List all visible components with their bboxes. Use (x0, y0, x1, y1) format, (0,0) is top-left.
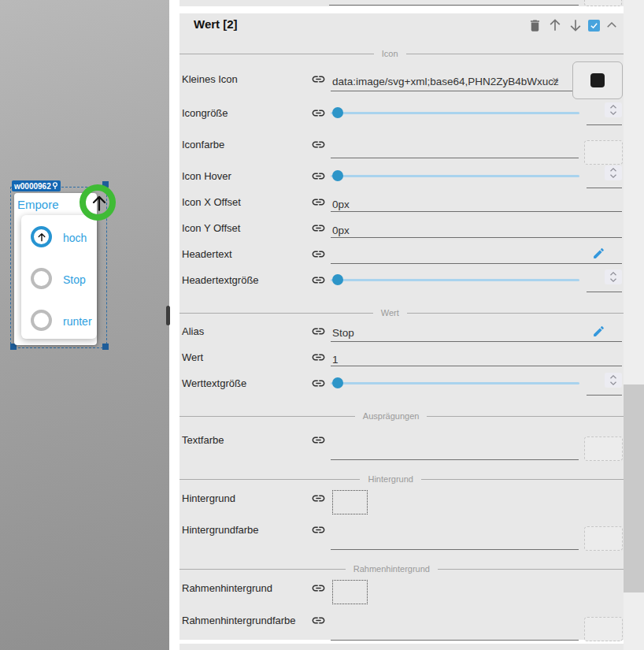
link-icon[interactable] (311, 72, 326, 87)
werttextgroesse-slider[interactable] (331, 377, 579, 388)
option-label-hoch[interactable]: hoch (63, 232, 87, 244)
icon-x-offset-input[interactable]: 0px (332, 199, 350, 210)
slider-thumb[interactable] (332, 274, 343, 285)
field-label: Headertextgröße (182, 274, 259, 286)
field-label: Kleines Icon (182, 73, 238, 85)
field-label: Headertext (182, 248, 232, 260)
clear-icon[interactable]: × (552, 73, 559, 87)
move-down-icon[interactable] (568, 17, 583, 33)
hintergrund-image-box[interactable] (332, 490, 368, 514)
rahmenhintergrund-image-box[interactable] (332, 580, 368, 604)
option-label-runter[interactable]: runter (63, 315, 92, 328)
section-divider-wert: Wert (180, 307, 624, 318)
slider-thumb[interactable] (332, 107, 343, 118)
headertextgroesse-slider[interactable] (331, 274, 579, 285)
field-label: Textfarbe (182, 434, 224, 446)
number-input-underline[interactable] (587, 188, 622, 188)
number-input-underline[interactable] (587, 292, 622, 292)
input-underline (331, 263, 622, 264)
link-icon[interactable] (311, 137, 326, 152)
edit-icon[interactable] (592, 325, 605, 338)
scrollbar-thumb[interactable] (624, 384, 644, 592)
link-icon[interactable] (311, 491, 326, 506)
widget-id-tag[interactable]: w0000962 (12, 180, 61, 191)
collapse-icon[interactable] (605, 18, 619, 32)
field-label: Rahmenhintergrundfarbe (182, 615, 296, 626)
radio-hoch[interactable] (31, 226, 52, 247)
radio-runter[interactable] (31, 310, 52, 331)
number-spinner[interactable] (605, 165, 622, 180)
slider-track (331, 279, 579, 281)
panel-drag-handle[interactable] (166, 306, 170, 325)
link-icon[interactable] (311, 221, 326, 236)
slider-thumb[interactable] (332, 377, 343, 388)
move-up-icon[interactable] (547, 17, 563, 33)
link-icon[interactable] (311, 376, 326, 391)
icon-preview-button[interactable] (572, 61, 623, 99)
input-underline (331, 366, 622, 366)
design-canvas[interactable]: ⌄⌄ w0000962 Empore (0, 0, 169, 650)
section-divider-auspraegungen: Ausprägungen (180, 410, 624, 422)
check-icon (590, 21, 598, 30)
widget-id-label: w0000962 (14, 182, 51, 191)
field-label: Alias (182, 325, 204, 337)
alias-input[interactable]: Stop (332, 327, 354, 339)
field-label: Icon X Offset (182, 196, 241, 208)
color-swatch[interactable] (584, 0, 622, 6)
hintergrundfarbe-color-swatch[interactable] (584, 526, 623, 551)
field-label: Iconfarbe (182, 139, 224, 150)
field-label: Rahmenhintergrund (182, 582, 272, 594)
wert-2-card: Wert [2] Icon Kleines (180, 13, 624, 640)
link-icon[interactable] (311, 522, 326, 537)
link-icon[interactable] (311, 273, 326, 288)
designer-window: ⌄⌄ w0000962 Empore (0, 0, 644, 650)
number-spinner[interactable] (605, 269, 622, 284)
arrow-up-icon (36, 232, 47, 243)
number-input-underline[interactable] (587, 124, 622, 125)
link-icon[interactable] (311, 195, 326, 210)
input-underline (331, 91, 594, 91)
link-icon[interactable] (311, 613, 326, 628)
kleines-icon-input[interactable]: data:image/svg+xml;base64,PHN2ZyB4bWxucz (332, 76, 559, 87)
radio-stop[interactable] (31, 268, 52, 289)
next-card-edge (180, 644, 624, 650)
scrollbar-track[interactable] (624, 0, 644, 650)
number-spinner[interactable] (605, 102, 622, 117)
trash-icon[interactable] (527, 18, 542, 33)
textfarbe-color-swatch[interactable] (584, 436, 623, 461)
field-label: Werttextgröße (182, 377, 246, 389)
icon-hover-slider[interactable] (331, 170, 579, 181)
icon-preview-glyph (590, 73, 605, 87)
link-icon[interactable] (311, 350, 326, 365)
field-label: Icon Y Offset (182, 222, 240, 234)
option-label-stop[interactable]: Stop (63, 273, 86, 286)
icon-y-offset-input[interactable]: 0px (332, 225, 350, 236)
selection-handle[interactable] (102, 344, 109, 350)
widget-title: Empore (17, 198, 59, 211)
wert-input[interactable]: 1 (332, 354, 339, 366)
section-divider-rahmenhintergrund: Rahmenhintergrund (180, 563, 624, 574)
link-icon[interactable] (311, 324, 326, 339)
field-label: Wert (182, 351, 203, 363)
link-icon[interactable] (311, 581, 326, 596)
link-icon[interactable] (311, 247, 326, 262)
link-icon[interactable] (311, 169, 326, 184)
slider-track (331, 382, 579, 384)
input-underline (331, 459, 579, 460)
link-icon[interactable] (311, 106, 326, 121)
edit-icon[interactable] (592, 247, 605, 260)
card-title: Wert [2] (194, 17, 238, 31)
input-underline (331, 237, 622, 238)
iconfarbe-color-swatch[interactable] (584, 140, 623, 165)
number-spinner[interactable] (605, 373, 622, 388)
icongroesse-slider[interactable] (331, 107, 579, 118)
highlight-ring (80, 184, 116, 221)
rahmenhintergrundfarbe-color-swatch[interactable] (584, 617, 623, 641)
visible-checkbox[interactable] (588, 20, 600, 32)
field-label: Icon Hover (182, 170, 231, 182)
link-icon[interactable] (311, 433, 326, 448)
input-underline (331, 549, 579, 550)
number-input-underline[interactable] (587, 395, 622, 396)
input-underline (331, 158, 579, 158)
slider-thumb[interactable] (332, 170, 343, 181)
